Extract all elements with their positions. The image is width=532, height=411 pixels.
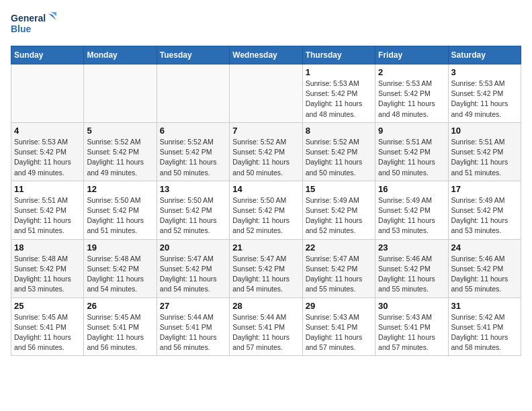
calendar-cell <box>11 64 84 123</box>
weekday-header: Friday <box>375 46 448 64</box>
calendar-cell: 26Sunrise: 5:45 AM Sunset: 5:41 PM Dayli… <box>84 298 157 356</box>
day-number: 4 <box>14 126 81 136</box>
day-number: 30 <box>378 301 445 311</box>
day-number: 2 <box>378 67 445 77</box>
calendar-cell: 16Sunrise: 5:49 AM Sunset: 5:42 PM Dayli… <box>375 181 448 239</box>
day-number: 21 <box>232 242 299 253</box>
weekday-header: Tuesday <box>157 46 229 64</box>
day-number: 27 <box>160 301 226 311</box>
calendar-table: SundayMondayTuesdayWednesdayThursdayFrid… <box>11 46 521 356</box>
calendar-cell: 24Sunrise: 5:46 AM Sunset: 5:42 PM Dayli… <box>448 239 521 298</box>
calendar-cell: 6Sunrise: 5:52 AM Sunset: 5:42 PM Daylig… <box>157 122 229 181</box>
calendar-cell <box>157 64 229 123</box>
calendar-cell: 31Sunrise: 5:42 AM Sunset: 5:41 PM Dayli… <box>448 298 521 356</box>
weekday-header: Monday <box>84 46 157 64</box>
day-detail: Sunrise: 5:53 AM Sunset: 5:42 PM Dayligh… <box>378 79 445 120</box>
day-detail: Sunrise: 5:43 AM Sunset: 5:41 PM Dayligh… <box>378 312 445 353</box>
page-header: General Blue <box>11 11 521 40</box>
day-number: 15 <box>306 184 372 194</box>
day-number: 3 <box>451 67 518 77</box>
day-number: 23 <box>378 242 445 253</box>
day-detail: Sunrise: 5:52 AM Sunset: 5:42 PM Dayligh… <box>160 137 226 178</box>
logo-svg: General Blue <box>11 11 58 40</box>
weekday-header: Wednesday <box>230 46 302 64</box>
calendar-cell: 27Sunrise: 5:44 AM Sunset: 5:41 PM Dayli… <box>157 298 229 356</box>
day-number: 14 <box>232 184 299 194</box>
day-number: 7 <box>232 126 299 136</box>
calendar-week-row: 11Sunrise: 5:51 AM Sunset: 5:42 PM Dayli… <box>11 181 521 239</box>
day-detail: Sunrise: 5:46 AM Sunset: 5:42 PM Dayligh… <box>451 254 518 295</box>
calendar-cell: 18Sunrise: 5:48 AM Sunset: 5:42 PM Dayli… <box>11 239 84 298</box>
day-number: 6 <box>160 126 226 136</box>
day-number: 16 <box>378 184 445 194</box>
calendar-cell: 14Sunrise: 5:50 AM Sunset: 5:42 PM Dayli… <box>230 181 302 239</box>
day-number: 29 <box>306 301 372 311</box>
calendar-cell: 25Sunrise: 5:45 AM Sunset: 5:41 PM Dayli… <box>11 298 84 356</box>
day-number: 28 <box>232 301 299 311</box>
weekday-header: Thursday <box>302 46 375 64</box>
svg-text:Blue: Blue <box>11 24 32 34</box>
day-detail: Sunrise: 5:52 AM Sunset: 5:42 PM Dayligh… <box>87 137 153 178</box>
day-detail: Sunrise: 5:51 AM Sunset: 5:42 PM Dayligh… <box>378 137 445 178</box>
day-number: 10 <box>451 126 518 136</box>
day-detail: Sunrise: 5:53 AM Sunset: 5:42 PM Dayligh… <box>306 79 372 120</box>
calendar-cell: 7Sunrise: 5:52 AM Sunset: 5:42 PM Daylig… <box>230 122 302 181</box>
calendar-cell: 28Sunrise: 5:44 AM Sunset: 5:41 PM Dayli… <box>230 298 302 356</box>
calendar-cell: 5Sunrise: 5:52 AM Sunset: 5:42 PM Daylig… <box>84 122 157 181</box>
day-number: 13 <box>160 184 226 194</box>
day-number: 8 <box>306 126 372 136</box>
calendar-cell: 1Sunrise: 5:53 AM Sunset: 5:42 PM Daylig… <box>302 64 375 123</box>
day-detail: Sunrise: 5:50 AM Sunset: 5:42 PM Dayligh… <box>232 195 299 236</box>
calendar-cell: 4Sunrise: 5:53 AM Sunset: 5:42 PM Daylig… <box>11 122 84 181</box>
day-detail: Sunrise: 5:47 AM Sunset: 5:42 PM Dayligh… <box>160 254 226 295</box>
calendar-week-row: 25Sunrise: 5:45 AM Sunset: 5:41 PM Dayli… <box>11 298 521 356</box>
day-detail: Sunrise: 5:47 AM Sunset: 5:42 PM Dayligh… <box>306 254 372 295</box>
calendar-cell: 17Sunrise: 5:49 AM Sunset: 5:42 PM Dayli… <box>448 181 521 239</box>
day-number: 25 <box>14 301 81 311</box>
day-detail: Sunrise: 5:42 AM Sunset: 5:41 PM Dayligh… <box>451 312 518 353</box>
day-detail: Sunrise: 5:52 AM Sunset: 5:42 PM Dayligh… <box>232 137 299 178</box>
day-detail: Sunrise: 5:49 AM Sunset: 5:42 PM Dayligh… <box>306 195 372 236</box>
calendar-cell: 10Sunrise: 5:51 AM Sunset: 5:42 PM Dayli… <box>448 122 521 181</box>
day-number: 31 <box>451 301 518 311</box>
day-number: 18 <box>14 242 81 253</box>
day-detail: Sunrise: 5:51 AM Sunset: 5:42 PM Dayligh… <box>14 195 81 236</box>
day-number: 24 <box>451 242 518 253</box>
calendar-cell <box>230 64 302 123</box>
day-number: 12 <box>87 184 153 194</box>
day-number: 1 <box>306 67 372 77</box>
calendar-week-row: 4Sunrise: 5:53 AM Sunset: 5:42 PM Daylig… <box>11 122 521 181</box>
day-number: 11 <box>14 184 81 194</box>
day-detail: Sunrise: 5:53 AM Sunset: 5:42 PM Dayligh… <box>14 137 81 178</box>
calendar-cell: 30Sunrise: 5:43 AM Sunset: 5:41 PM Dayli… <box>375 298 448 356</box>
calendar-cell: 13Sunrise: 5:50 AM Sunset: 5:42 PM Dayli… <box>157 181 229 239</box>
calendar-week-row: 1Sunrise: 5:53 AM Sunset: 5:42 PM Daylig… <box>11 64 521 123</box>
calendar-cell: 22Sunrise: 5:47 AM Sunset: 5:42 PM Dayli… <box>302 239 375 298</box>
calendar-cell: 3Sunrise: 5:53 AM Sunset: 5:42 PM Daylig… <box>448 64 521 123</box>
logo: General Blue <box>11 11 58 40</box>
calendar-cell: 20Sunrise: 5:47 AM Sunset: 5:42 PM Dayli… <box>157 239 229 298</box>
calendar-cell: 9Sunrise: 5:51 AM Sunset: 5:42 PM Daylig… <box>375 122 448 181</box>
day-number: 26 <box>87 301 153 311</box>
day-detail: Sunrise: 5:43 AM Sunset: 5:41 PM Dayligh… <box>306 312 372 353</box>
day-detail: Sunrise: 5:47 AM Sunset: 5:42 PM Dayligh… <box>232 254 299 295</box>
svg-text:General: General <box>11 13 46 24</box>
day-detail: Sunrise: 5:52 AM Sunset: 5:42 PM Dayligh… <box>306 137 372 178</box>
day-number: 17 <box>451 184 518 194</box>
calendar-week-row: 18Sunrise: 5:48 AM Sunset: 5:42 PM Dayli… <box>11 239 521 298</box>
day-detail: Sunrise: 5:48 AM Sunset: 5:42 PM Dayligh… <box>14 254 81 295</box>
weekday-header-row: SundayMondayTuesdayWednesdayThursdayFrid… <box>11 46 521 64</box>
day-detail: Sunrise: 5:53 AM Sunset: 5:42 PM Dayligh… <box>451 79 518 120</box>
day-detail: Sunrise: 5:44 AM Sunset: 5:41 PM Dayligh… <box>232 312 299 353</box>
day-detail: Sunrise: 5:45 AM Sunset: 5:41 PM Dayligh… <box>14 312 81 353</box>
day-number: 9 <box>378 126 445 136</box>
day-detail: Sunrise: 5:49 AM Sunset: 5:42 PM Dayligh… <box>451 195 518 236</box>
calendar-cell: 11Sunrise: 5:51 AM Sunset: 5:42 PM Dayli… <box>11 181 84 239</box>
day-number: 19 <box>87 242 153 253</box>
calendar-cell: 12Sunrise: 5:50 AM Sunset: 5:42 PM Dayli… <box>84 181 157 239</box>
calendar-cell: 29Sunrise: 5:43 AM Sunset: 5:41 PM Dayli… <box>302 298 375 356</box>
calendar-cell: 15Sunrise: 5:49 AM Sunset: 5:42 PM Dayli… <box>302 181 375 239</box>
calendar-cell: 23Sunrise: 5:46 AM Sunset: 5:42 PM Dayli… <box>375 239 448 298</box>
weekday-header: Saturday <box>448 46 521 64</box>
day-number: 5 <box>87 126 153 136</box>
